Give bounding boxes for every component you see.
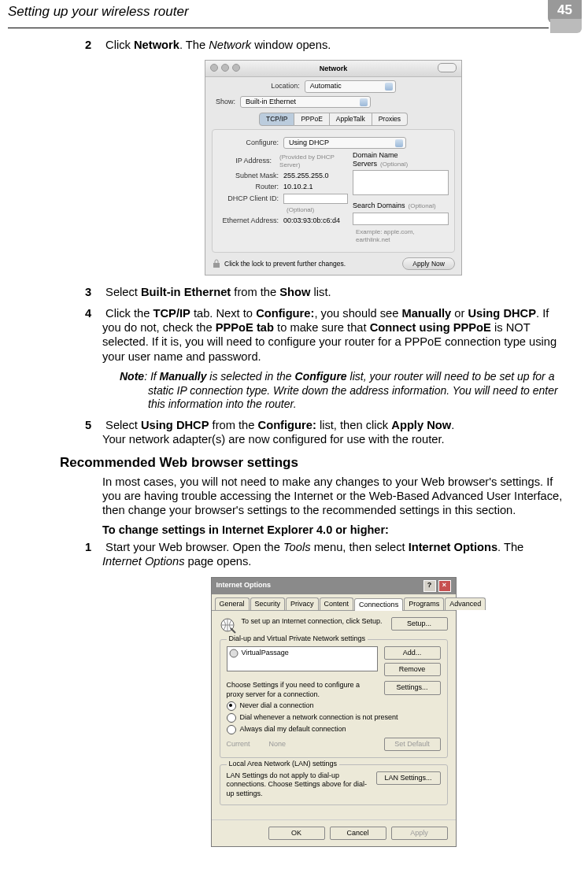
tab-advanced[interactable]: Advanced bbox=[445, 597, 486, 610]
step-4: 4 Click the TCP/IP tab. Next to Configur… bbox=[102, 306, 564, 364]
text: Select bbox=[105, 419, 141, 431]
tab-privacy[interactable]: Privacy bbox=[286, 597, 319, 610]
setup-button[interactable]: Setup... bbox=[391, 617, 448, 631]
step-number: 3 bbox=[85, 285, 102, 299]
text: is selected in the bbox=[206, 370, 294, 383]
tab-security[interactable]: Security bbox=[250, 597, 286, 610]
svg-line-2 bbox=[231, 628, 235, 633]
bold-text: Built-in Ethernet bbox=[141, 286, 231, 298]
text: , you should see bbox=[314, 307, 401, 320]
apply-button: Apply bbox=[391, 827, 448, 840]
step-2: 2 Click Network. The Network window open… bbox=[102, 38, 564, 52]
dialup-vpn-group: Dial-up and Virtual Private Network sett… bbox=[220, 639, 448, 758]
step-3: 3 Select Built-in Ethernet from the Show… bbox=[102, 285, 564, 299]
location-popup[interactable]: Automatic bbox=[305, 80, 396, 92]
tab-proxies[interactable]: Proxies bbox=[372, 113, 408, 126]
text: list, then click bbox=[316, 419, 392, 431]
location-label: Location: bbox=[271, 82, 300, 91]
remove-button[interactable]: Remove bbox=[384, 663, 441, 676]
bold-text: Manually bbox=[160, 370, 207, 383]
dhcp-note: (Optional) bbox=[287, 206, 314, 214]
radio-always-dial[interactable]: Always dial my default connection bbox=[227, 725, 441, 734]
lan-settings-button[interactable]: LAN Settings... bbox=[376, 771, 441, 785]
bold-text: Configure: bbox=[258, 419, 316, 431]
connections-listbox[interactable]: VirtualPassage bbox=[227, 646, 378, 671]
toolbar-pill-icon[interactable] bbox=[438, 63, 457, 72]
close-icon[interactable]: × bbox=[438, 580, 451, 592]
text: window opens. bbox=[251, 39, 331, 51]
lock-text: Click the lock to prevent further change… bbox=[224, 260, 346, 268]
page-header: Setting up your wireless router 45 bbox=[0, 0, 588, 28]
dhcp-input[interactable] bbox=[283, 194, 348, 204]
item-label: VirtualPassage bbox=[242, 649, 289, 657]
win-body: To set up an Internet connection, click … bbox=[212, 611, 456, 819]
italic-text: Network bbox=[209, 39, 251, 51]
subnet-value: 255.255.255.0 bbox=[283, 172, 329, 180]
list-item[interactable]: VirtualPassage bbox=[229, 649, 375, 658]
window-title: Network bbox=[205, 65, 461, 73]
dialog-title: Internet Options bbox=[216, 581, 272, 590]
ip-note: (Provided by DHCP Server) bbox=[279, 153, 348, 169]
dns-input[interactable] bbox=[353, 170, 449, 195]
location-value: Automatic bbox=[310, 82, 342, 90]
eth-label: Ethernet Address: bbox=[217, 216, 279, 225]
text: or bbox=[451, 307, 468, 320]
subnet-label: Subnet Mask: bbox=[217, 172, 279, 180]
configure-value: Using DHCP bbox=[289, 139, 329, 146]
step-number: 1 bbox=[85, 540, 102, 554]
tab-content[interactable]: Content bbox=[320, 597, 354, 610]
help-icon[interactable]: ? bbox=[423, 580, 436, 592]
step-number: 4 bbox=[85, 306, 102, 320]
radio-label: Always dial my default connection bbox=[240, 725, 346, 734]
current-label: Current bbox=[227, 740, 269, 749]
tab-general[interactable]: General bbox=[215, 597, 250, 610]
add-button[interactable]: Add... bbox=[384, 646, 441, 660]
page-content: 2 Click Network. The Network window open… bbox=[0, 28, 588, 855]
bold-text: Configure: bbox=[256, 307, 314, 320]
apply-now-button[interactable]: Apply Now bbox=[402, 257, 455, 271]
ok-button[interactable]: OK bbox=[268, 827, 325, 840]
italic-text: Tools bbox=[283, 541, 311, 553]
bold-text: Manually bbox=[401, 307, 451, 320]
show-popup[interactable]: Built-in Ethernet bbox=[240, 96, 371, 108]
bold-text: Configure bbox=[295, 370, 347, 383]
section-paragraph: In most cases, you will not need to make… bbox=[102, 475, 564, 518]
svg-rect-0 bbox=[213, 263, 220, 268]
mac-network-window: Network Location: Automatic Show: Built-… bbox=[205, 60, 462, 276]
note-label: Note bbox=[120, 370, 144, 383]
text: . bbox=[451, 419, 454, 431]
step-number: 2 bbox=[85, 38, 102, 52]
tab-connections[interactable]: Connections bbox=[354, 598, 403, 611]
win-tabs: General Security Privacy Content Connect… bbox=[212, 594, 456, 611]
step-5: 5 Select Using DHCP from the Configure: … bbox=[102, 418, 564, 447]
page-number-tab: 45 bbox=[548, 0, 582, 23]
text: . The bbox=[179, 39, 209, 51]
configure-popup[interactable]: Using DHCP bbox=[283, 137, 406, 149]
bold-text: Apply Now bbox=[391, 419, 451, 431]
bold-text: Using DHCP bbox=[141, 419, 209, 431]
tab-pppoe[interactable]: PPPoE bbox=[294, 113, 329, 126]
lock-icon[interactable] bbox=[212, 259, 221, 268]
globe-wand-icon bbox=[220, 617, 237, 634]
show-label: Show: bbox=[212, 98, 235, 106]
radio-label: Never dial a connection bbox=[240, 701, 314, 710]
section2-step-1: 1 Start your Web browser. Open the Tools… bbox=[102, 540, 564, 569]
search-domains-input[interactable] bbox=[353, 213, 449, 225]
radio-label: Dial whenever a network connection is no… bbox=[240, 713, 398, 722]
tab-programs[interactable]: Programs bbox=[404, 597, 444, 610]
tab-appletalk[interactable]: AppleTalk bbox=[330, 113, 372, 126]
tab-tcpip[interactable]: TCP/IP bbox=[259, 113, 294, 126]
radio-never-dial[interactable]: Never dial a connection bbox=[227, 701, 441, 711]
bold-text: Network bbox=[134, 39, 179, 51]
set-default-button: Set Default bbox=[384, 738, 441, 751]
settings-button[interactable]: Settings... bbox=[384, 681, 441, 694]
text: tab. Next to bbox=[190, 307, 256, 320]
router-label: Router: bbox=[217, 183, 279, 191]
text: Click bbox=[105, 39, 134, 51]
italic-text: Internet Options bbox=[102, 555, 185, 568]
mac-titlebar: Network bbox=[205, 61, 461, 77]
radio-dial-when[interactable]: Dial whenever a network connection is no… bbox=[227, 713, 441, 723]
svg-point-3 bbox=[230, 649, 238, 657]
cancel-button[interactable]: Cancel bbox=[330, 827, 386, 840]
bold-text: TCP/IP bbox=[153, 307, 190, 320]
